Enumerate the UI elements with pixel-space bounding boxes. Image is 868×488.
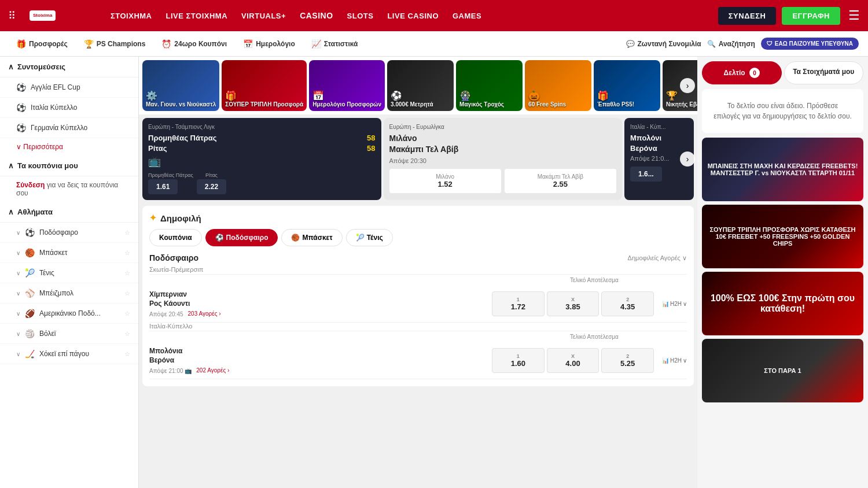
odd-x-btn[interactable]: Χ 3.85	[547, 291, 599, 316]
apps-icon[interactable]: ⠿	[6, 7, 18, 24]
hamburger-icon[interactable]: ☰	[846, 6, 862, 25]
promo-banner-100[interactable]: 100% ΕΩΣ 100€ Στην πρώτη σου κατάθεση!	[702, 272, 863, 335]
sidebar-item-england-efl[interactable]: ⚽ Αγγλία EFL Cup	[0, 77, 138, 98]
nav-slots[interactable]: SLOTS	[347, 12, 374, 20]
odd-2-btn-2[interactable]: 2 5.25	[601, 348, 654, 373]
nav-virtuals[interactable]: VIRTUALS+	[241, 12, 286, 20]
live-match-card-1[interactable]: Ευρώπη - Τσάμπιονς Λιγκ Προμηθέας Πάτρας…	[142, 118, 381, 200]
coupons-signin-link[interactable]: Σύνδεση	[16, 181, 45, 189]
live-section-next-button[interactable]: ›	[680, 151, 695, 167]
top-navigation: ⠿ Stoixima ΣΤΟΙΧΗΜΑ LIVE ΣΤΟΙΧΗΜΑ VIRTUA…	[0, 0, 868, 31]
nav-ps-champions[interactable]: 🏆 PS Champions	[77, 37, 153, 51]
promo-banner-tripli[interactable]: ΣΟΥΠΕΡ ΤΡΙΠΛΗ ΠΡΟΣΦΟΡΑ ΧΩΡΙΣ ΚΑΤΑΘΕΣΗ 10…	[702, 205, 863, 268]
tab-coupons[interactable]: Κουπόνια	[149, 229, 202, 246]
sidebar-item-ice-hockey[interactable]: ∨ 🏒 Χόκεϊ επί πάγου ☆	[0, 344, 138, 364]
football-icon: ⚽	[215, 234, 224, 242]
banner-icon: 🎁	[225, 90, 303, 101]
favorite-icon[interactable]: ☆	[124, 350, 130, 358]
match-league-label-1: Σκωτία-Πρέμιερσιπ	[149, 266, 687, 275]
nav-coupon24[interactable]: ⏰ 24ωρο Κουπόνι	[155, 37, 234, 51]
h2h-link-1[interactable]: 📊 H2H ∨	[662, 301, 687, 307]
mybets-tab[interactable]: Τα Στοιχήματά μου	[784, 61, 864, 84]
chevron-down-icon: ∨	[16, 270, 20, 276]
register-button[interactable]: ΕΓΓΡΑΦΗ	[782, 7, 840, 25]
nav-casino[interactable]: CASINO	[300, 11, 333, 20]
banner-ps-champions[interactable]: ⚙️ Μαν. Γιουν. vs Νιούκαστλ	[142, 60, 219, 111]
banner-card-inner: ⚽ 3.000€ Μετρητά	[387, 60, 454, 111]
match-markets-2[interactable]: 202 Αγορές ›	[196, 367, 229, 374]
sidebar-item-volleyball[interactable]: ∨ 🏐 Βόλεϊ ☆	[0, 324, 138, 344]
odd-1-btn[interactable]: 1 1.72	[492, 291, 545, 316]
banner-ps5[interactable]: 🎁 Έπαθλο PS5!	[594, 60, 660, 111]
odd-x-btn-2[interactable]: Χ 4.00	[547, 348, 599, 373]
promo-banner-freebets[interactable]: ΜΠΑΙΝΕΙΣ ΣΤΗ ΜΑΧΗ ΚΑΙ ΚΕΡΔΙΖΕΙΣ FREEBETS…	[702, 138, 863, 201]
favorite-icon[interactable]: ☆	[124, 229, 130, 236]
signin-button[interactable]: ΣΥΝΔΕΣΗ	[718, 7, 777, 25]
banner-wheel[interactable]: 🎡 Μαγικός Τροχός	[456, 60, 523, 111]
sidebar-item-germany-cup[interactable]: ⚽ Γερμανία Κύπελλο	[0, 118, 138, 138]
odds-container-2a[interactable]: Μιλάνο 1.52	[389, 169, 501, 193]
search-item[interactable]: 🔍 Αναζήτηση	[707, 40, 755, 48]
tab-tennis-label: Τένις	[367, 234, 383, 242]
odd-value-1: 1.72	[511, 302, 525, 311]
promo-banner-para1[interactable]: ΣΤΟ ΠΑΡΑ 1	[702, 339, 863, 402]
tab-tennis[interactable]: 🎾 Τένις	[346, 229, 393, 246]
logo[interactable]: Stoixima	[30, 10, 99, 21]
nav-offers[interactable]: 🎁 Προσφορές	[9, 37, 75, 51]
popular-markets-link[interactable]: Δημοφιλείς Αγορές ∨	[628, 254, 687, 262]
my-coupons-section[interactable]: ∧ Τα κουπόνια μου	[0, 156, 138, 176]
odds-btn-3[interactable]: 1.6...	[630, 167, 662, 182]
shortcuts-label: Συντομεύσεις	[17, 62, 65, 71]
main-layout: ∧ Συντομεύσεις ⚽ Αγγλία EFL Cup ⚽ Ιταλία…	[0, 57, 868, 488]
sidebar-item-american-football[interactable]: ∨ 🏈 Αμερικάνικο Ποδό... ☆	[0, 304, 138, 324]
shortcuts-section[interactable]: ∧ Συντομεύσεις	[0, 57, 138, 77]
sidebar-item-tennis[interactable]: ∨ 🎾 Τένις ☆	[0, 263, 138, 283]
h2h-link-2[interactable]: 📊 H2H ∨	[662, 357, 687, 364]
banner-cash[interactable]: ⚽ 3.000€ Μετρητά	[387, 60, 454, 111]
favorite-icon[interactable]: ☆	[124, 290, 130, 297]
tab-football[interactable]: ⚽ Ποδόσφαιρο	[205, 229, 278, 246]
nav-live-casino[interactable]: LIVE CASINO	[387, 12, 439, 20]
betslip-tab[interactable]: Δελτίο 0	[702, 61, 782, 84]
sidebar-item-italy-cup-label: Ιταλία Κύπελλο	[31, 103, 77, 112]
banner-icon: 🎁	[597, 90, 657, 101]
live-chat[interactable]: 💬 Ζωντανή Συνομιλία	[626, 40, 701, 48]
responsible-gaming-button[interactable]: 🛡 ΕΑΩ ΠΑΙΖΟΥΜΕ ΥΠΕΥΘΥΝΑ	[761, 38, 859, 50]
nav-live-stoixima[interactable]: LIVE ΣΤΟΙΧΗΜΑ	[166, 12, 228, 20]
nav-stoixima[interactable]: ΣΤΟΙΧΗΜΑ	[111, 12, 152, 20]
sidebar-item-basketball[interactable]: ∨ 🏀 Μπάσκετ ☆	[0, 243, 138, 263]
football-icon: ⚽	[16, 83, 26, 92]
banner-freespins[interactable]: 🎃 60 Free Spins	[525, 60, 591, 111]
sidebar-item-baseball[interactable]: ∨ ⚾ Μπέιζμπολ ☆	[0, 283, 138, 304]
live-match-card-2[interactable]: Ευρώπη - Ευρωλίγκα Μιλάνο Μακάμπι Τελ Αβ…	[384, 118, 623, 200]
favorite-icon[interactable]: ☆	[124, 310, 130, 317]
tab-basketball[interactable]: 🏀 Μπάσκετ	[281, 229, 342, 246]
nav-links: ΣΤΟΙΧΗΜΑ LIVE ΣΤΟΙΧΗΜΑ VIRTUALS+ CASINO …	[111, 11, 707, 20]
sports-section[interactable]: ∧ Αθλήματα	[0, 202, 138, 223]
banner-tripli[interactable]: 🎁 ΣΟΥΠΕΡ ΤΡΙΠΛΗ Προσφορά	[222, 60, 307, 111]
basketball-icon: 🏀	[291, 234, 300, 242]
odds-value-2a: 1.52	[394, 180, 496, 188]
favorite-icon[interactable]: ☆	[124, 249, 130, 257]
sidebar-item-football[interactable]: ∨ ⚽ Ποδόσφαιρο ☆	[0, 223, 138, 243]
odd-1-btn-2[interactable]: 1 1.60	[492, 348, 545, 373]
banner-icon: 🎡	[459, 90, 519, 101]
nav-calendar[interactable]: 📅 Ημερολόγιο	[236, 37, 302, 51]
banner-next-button[interactable]: ›	[680, 78, 695, 93]
nav-stats[interactable]: 📈 Στατιστικά	[304, 37, 365, 51]
banner-card-inner: 🎡 Μαγικός Τροχός	[456, 60, 523, 111]
more-shortcuts[interactable]: ∨ Περισσότερα	[0, 138, 138, 156]
sidebar-item-italy-cup[interactable]: ⚽ Ιταλία Κύπελλο	[0, 98, 138, 118]
football-icon: ⚽	[25, 228, 35, 237]
live-match-league-1: Ευρώπη - Τσάμπιονς Λιγκ	[148, 124, 376, 130]
odds-btn-1[interactable]: 1.61	[148, 179, 178, 194]
odds-container-2b[interactable]: Μακάμπι Τελ Αβίβ 2.55	[505, 169, 616, 193]
match-teams-1: Χίμπερνιαν Ρος Κάουντι Απόψε 20:45 203 Α…	[149, 290, 488, 317]
nav-games[interactable]: GAMES	[453, 12, 481, 20]
odds-btn-2[interactable]: 2.22	[197, 179, 226, 194]
odd-2-btn[interactable]: 2 4.35	[601, 291, 654, 316]
banner-calendar[interactable]: 📅 Ημερολόγιο Προσφορών	[309, 60, 385, 111]
match-markets-1[interactable]: 203 Αγορές ›	[188, 310, 221, 317]
favorite-icon[interactable]: ☆	[124, 269, 130, 277]
favorite-icon[interactable]: ☆	[124, 330, 130, 338]
